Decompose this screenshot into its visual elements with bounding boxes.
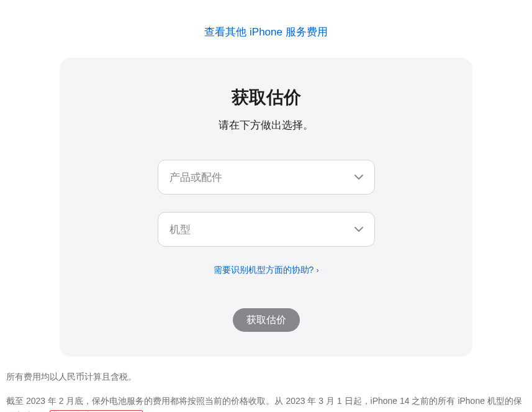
card-title: 获取估价 <box>84 86 448 109</box>
chevron-down-icon <box>354 227 363 232</box>
submit-row: 获取估价 <box>84 308 448 332</box>
model-select-placeholder: 机型 <box>169 222 191 237</box>
model-select[interactable]: 机型 <box>158 212 375 247</box>
top-link-container: 查看其他 iPhone 服务费用 <box>0 0 532 58</box>
identify-model-help-link[interactable]: 需要识别机型方面的协助? › <box>214 265 319 276</box>
help-link-label: 需要识别机型方面的协助? <box>214 265 314 276</box>
product-select-placeholder: 产品或配件 <box>169 170 222 185</box>
footer-notes: 所有费用均以人民币计算且含税。 截至 2023 年 2 月底，保外电池服务的费用… <box>0 357 532 412</box>
estimate-card: 获取估价 请在下方做出选择。 产品或配件 机型 需要识别机型方面的协助? › 获… <box>60 58 472 357</box>
chevron-down-icon <box>354 175 363 180</box>
get-estimate-button[interactable]: 获取估价 <box>233 308 300 332</box>
card-subtitle: 请在下方做出选择。 <box>84 118 448 132</box>
product-select[interactable]: 产品或配件 <box>158 160 375 195</box>
model-select-wrap: 机型 <box>158 212 375 247</box>
view-other-services-link[interactable]: 查看其他 iPhone 服务费用 <box>204 26 327 38</box>
tax-note: 所有费用均以人民币计算且含税。 <box>6 369 526 385</box>
product-select-wrap: 产品或配件 <box>158 160 375 195</box>
price-change-notice: 截至 2023 年 2 月底，保外电池服务的费用都将按照当前的价格收取。从 20… <box>6 393 526 413</box>
chevron-right-icon: › <box>316 266 318 275</box>
